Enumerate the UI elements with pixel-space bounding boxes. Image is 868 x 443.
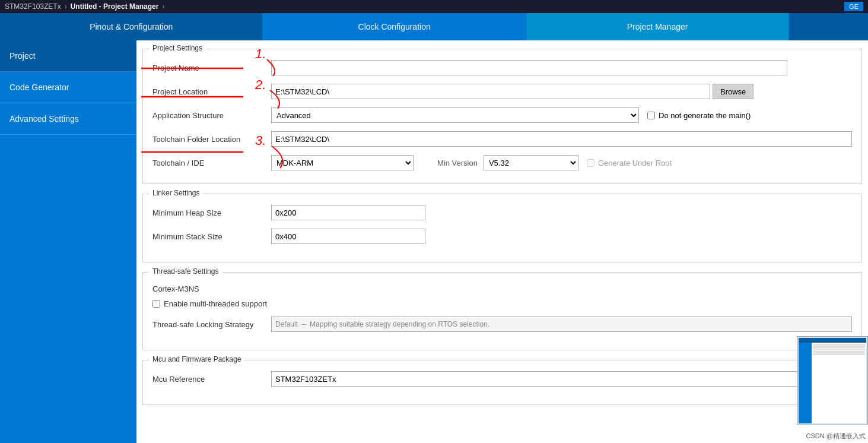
breadcrumb-arrow1: › (65, 2, 67, 11)
app-structure-row: Application Structure Advanced Basic Do … (152, 107, 852, 123)
main-layout: Project Code Generator Advanced Settings… (0, 40, 868, 443)
breadcrumb: STM32F103ZETx › Untitled - Project Manag… (5, 2, 164, 11)
enable-mt-row: Enable multi-threaded support (152, 299, 852, 308)
min-stack-input[interactable] (271, 229, 425, 244)
min-stack-label: Minimum Stack Size (152, 232, 271, 241)
top-bar: STM32F103ZETx › Untitled - Project Manag… (0, 0, 868, 13)
content-area: 1. 2. 3. Project Settings Project Name P… (136, 40, 868, 443)
project-settings-section: Project Settings Project Name Project Lo… (142, 49, 862, 184)
toolchain-folder-label: Toolchain Folder Location (152, 135, 271, 144)
sidebar-item-code-generator[interactable]: Code Generator (0, 72, 136, 103)
mcu-ref-label: Mcu Reference (152, 375, 271, 384)
project-name-label: Project Name (152, 64, 271, 72)
sidebar-item-project[interactable]: Project (0, 40, 136, 72)
do-not-generate-main-label: Do not generate the main() (659, 111, 751, 120)
project-name-input[interactable] (271, 60, 787, 75)
breadcrumb-arrow2: › (162, 2, 164, 11)
locking-strategy-row: Thread-safe Locking Strategy (152, 317, 852, 332)
tab-pinout[interactable]: Pinout & Configuration (0, 13, 263, 40)
project-location-input[interactable] (271, 84, 710, 99)
min-heap-row: Minimum Heap Size (152, 205, 852, 220)
sidebar: Project Code Generator Advanced Settings (0, 40, 136, 443)
locking-strategy-label: Thread-safe Locking Strategy (152, 320, 271, 329)
enable-mt-label: Enable multi-threaded support (164, 299, 267, 308)
thread-safe-title: Thread-safe Settings (149, 267, 222, 276)
mcu-ref-row: Mcu Reference (152, 371, 852, 387)
project-location-label: Project Location (152, 87, 271, 96)
toolchain-folder-row: Toolchain Folder Location (152, 131, 852, 147)
toolchain-ide-row: Toolchain / IDE MDK-ARM STM32CubeIDE Mak… (152, 155, 852, 170)
nav-tabs: Pinout & Configuration Clock Configurati… (0, 13, 868, 40)
ge-button[interactable]: GE (844, 2, 863, 11)
tab-project-manager[interactable]: Project Manager (526, 13, 789, 40)
thumbnail-overlay (797, 336, 868, 425)
linker-settings-section: Linker Settings Minimum Heap Size Minimu… (142, 194, 862, 262)
thread-safe-section: Thread-safe Settings Cortex-M3NS Enable … (142, 272, 862, 350)
browse-button[interactable]: Browse (713, 84, 753, 99)
enable-mt-label-wrap: Enable multi-threaded support (152, 299, 267, 308)
toolchain-ide-select[interactable]: MDK-ARM STM32CubeIDE Makefile (271, 155, 414, 170)
locking-strategy-input[interactable] (271, 317, 852, 332)
generate-under-root-checkbox[interactable] (587, 159, 594, 167)
do-not-generate-main-checkbox[interactable] (647, 112, 655, 119)
min-stack-row: Minimum Stack Size (152, 229, 852, 244)
app-structure-label: Application Structure (152, 111, 271, 120)
min-heap-label: Minimum Heap Size (152, 208, 271, 217)
breadcrumb-chip: STM32F103ZETx (5, 2, 61, 11)
linker-settings-title: Linker Settings (149, 189, 203, 197)
mcu-firmware-section: Mcu and Firmware Package Mcu Reference (142, 360, 862, 405)
watermark: CSDN @精通嵌入式 (806, 432, 866, 441)
project-location-row: Project Location Browse (152, 84, 852, 99)
sidebar-item-advanced-settings[interactable]: Advanced Settings (0, 103, 136, 135)
app-structure-select[interactable]: Advanced Basic (271, 107, 639, 123)
generate-under-root-label: Generate Under Root (598, 159, 672, 167)
tab-extra (789, 13, 868, 40)
project-name-row: Project Name (152, 60, 852, 75)
project-settings-title: Project Settings (149, 44, 206, 52)
tab-clock[interactable]: Clock Configuration (263, 13, 526, 40)
min-version-select[interactable]: V5.32 V5.27 V5.29 V5.36 (484, 155, 578, 170)
toolchain-ide-label: Toolchain / IDE (152, 159, 271, 167)
mcu-ref-input[interactable] (271, 371, 852, 387)
breadcrumb-project: Untitled - Project Manager (71, 2, 159, 11)
min-version-label: Min Version (437, 159, 478, 167)
enable-mt-checkbox[interactable] (152, 300, 160, 308)
min-heap-input[interactable] (271, 205, 425, 220)
cortex-label: Cortex-M3NS (152, 284, 852, 293)
mcu-firmware-title: Mcu and Firmware Package (149, 355, 244, 363)
toolchain-folder-input[interactable] (271, 131, 852, 147)
